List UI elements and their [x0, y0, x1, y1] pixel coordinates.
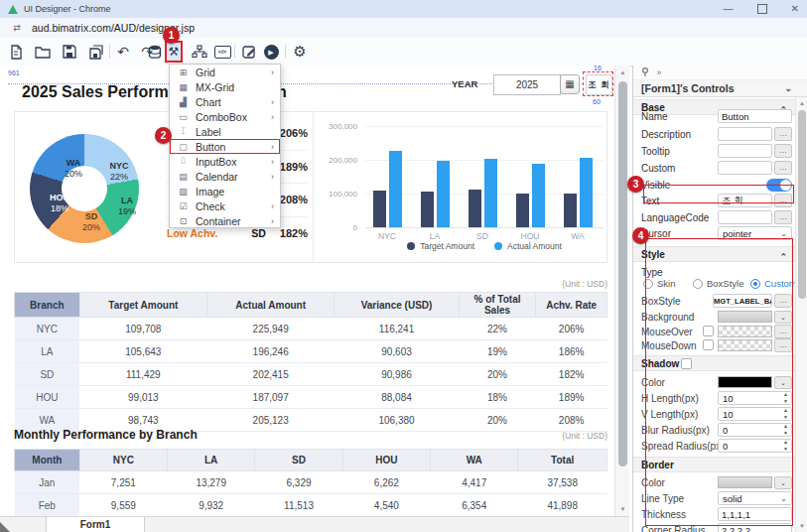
menu-item-chart[interactable]: ▟Chart›	[170, 94, 280, 109]
new-file-icon[interactable]	[6, 42, 26, 62]
bar-actual-amount[interactable]	[532, 164, 545, 227]
menu-item-calendar[interactable]: ▤Calendar›	[170, 169, 280, 184]
languagecode-input[interactable]	[718, 210, 772, 224]
bar-chart[interactable]: 300,000200,000100,0000NYCLASDHOUWATarget…	[314, 112, 607, 262]
scroll-down-icon[interactable]: ▼	[796, 523, 807, 529]
line-type-select[interactable]: solid	[718, 491, 792, 505]
table-row[interactable]: HOU99,013187,09788,08418%189%	[15, 386, 607, 409]
bar-target-amount[interactable]	[564, 194, 577, 227]
minimize-icon[interactable]: —	[724, 4, 734, 14]
menu-item-grid[interactable]: ⊞Grid›	[170, 65, 280, 79]
code-view-icon[interactable]: </>	[212, 42, 232, 62]
scroll-down-icon[interactable]: ▼	[615, 506, 630, 512]
table-row[interactable]: NYC109,708225,949116,24122%206%	[15, 318, 607, 340]
background-swatch[interactable]	[718, 311, 772, 323]
boxstyle-field[interactable]: MGT_LABEL_BASE	[713, 294, 772, 308]
ellipsis-button[interactable]	[774, 210, 792, 224]
bar-target-amount[interactable]	[373, 191, 386, 227]
scrollbar-thumb[interactable]	[798, 110, 806, 299]
ellipsis-button[interactable]	[774, 325, 792, 338]
ellipsis-button[interactable]	[774, 161, 792, 175]
site-info-icon[interactable]	[10, 22, 24, 35]
menu-item-container[interactable]: ⊡Container›	[170, 213, 280, 228]
monthly-table[interactable]: MonthNYCLASDHOUWATotalJan7,25113,2796,32…	[14, 449, 607, 516]
mousedown-checkbox[interactable]	[703, 339, 714, 350]
bar-actual-amount[interactable]	[437, 161, 450, 227]
bar-target-amount[interactable]	[421, 192, 434, 227]
dropdown-button[interactable]	[774, 311, 792, 324]
ellipsis-button[interactable]	[774, 338, 792, 352]
branch-summary-table[interactable]: BranchTarget AmountActual AmountVariance…	[14, 292, 607, 432]
name-input[interactable]	[718, 109, 792, 123]
shadow-checkbox[interactable]	[681, 358, 692, 369]
radio-skin[interactable]: Skin	[643, 278, 675, 289]
corner-radius-input[interactable]	[718, 523, 792, 532]
v-length-spinner[interactable]: 10▲▼	[718, 407, 792, 421]
scroll-up-icon[interactable]: ▲	[796, 100, 807, 106]
save-all-icon[interactable]	[86, 42, 106, 62]
open-folder-icon[interactable]	[33, 42, 53, 62]
tools-icon[interactable]: ⚒	[165, 41, 183, 63]
blur-radius-spinner[interactable]: 0▲▼	[718, 423, 792, 437]
design-canvas[interactable]: 961 2025 Sales Performance by Branch YEA…	[0, 66, 614, 516]
menu-item-combobox[interactable]: ▭ComboBox›	[170, 109, 280, 124]
mouseover-checkbox[interactable]	[703, 326, 714, 336]
dropdown-button[interactable]	[774, 376, 792, 389]
bar-actual-amount[interactable]	[580, 158, 593, 227]
settings-gear-icon[interactable]: ⚙	[290, 42, 310, 62]
ellipsis-button[interactable]	[774, 294, 792, 308]
table-row[interactable]: LA105,643196,24690,60319%186%	[15, 340, 607, 363]
table-row[interactable]: Feb9,5599,93211,5134,5406,35441,898	[15, 494, 607, 517]
bar-target-amount[interactable]	[516, 194, 529, 227]
mouseover-swatch[interactable]	[718, 326, 772, 337]
panel-header[interactable]: [Form1]'s Controls	[633, 80, 807, 97]
tab-form1[interactable]: Form1	[46, 517, 145, 532]
spread-radius-spinner[interactable]: 0▲▼	[718, 439, 792, 453]
h-length-spinner[interactable]: 10▲▼	[718, 391, 792, 405]
menu-item-button[interactable]: ▢Button›	[170, 139, 280, 154]
menu-item-inputbox[interactable]: ⌷InputBox›	[170, 154, 280, 169]
mousedown-swatch[interactable]	[718, 339, 772, 351]
database-icon[interactable]	[145, 42, 165, 62]
ellipsis-button[interactable]	[774, 127, 792, 141]
shadow-color-swatch[interactable]	[718, 376, 772, 388]
cursor-select[interactable]: pointer	[718, 226, 792, 240]
menu-item-check[interactable]: ☑Check›	[170, 199, 280, 213]
collapse-panel-icon[interactable]: »	[657, 67, 662, 77]
bar-target-amount[interactable]	[469, 190, 481, 227]
menu-item-label[interactable]: ⌶Label	[170, 124, 280, 139]
pin-icon[interactable]	[641, 67, 652, 77]
dropdown-button[interactable]	[774, 476, 792, 489]
undo-icon[interactable]: ↶	[113, 42, 133, 62]
scroll-up-icon[interactable]: ▲	[615, 69, 630, 75]
visible-toggle[interactable]	[766, 179, 792, 192]
thickness-input[interactable]	[718, 507, 792, 521]
scrollbar-thumb[interactable]	[618, 81, 627, 466]
year-input[interactable]	[493, 74, 561, 95]
bar-actual-amount[interactable]	[389, 151, 402, 227]
section-style[interactable]: Style	[633, 246, 795, 262]
close-icon[interactable]: ✕	[791, 4, 799, 14]
border-color-swatch[interactable]	[718, 476, 772, 488]
text-input[interactable]	[718, 194, 772, 207]
calendar-icon[interactable]	[560, 74, 580, 94]
custom-input[interactable]	[718, 161, 772, 175]
tooltip-input[interactable]	[718, 144, 772, 158]
edit-icon[interactable]	[239, 42, 259, 62]
description-input[interactable]	[718, 127, 772, 141]
ellipsis-button[interactable]	[774, 144, 792, 158]
radio-boxstyle[interactable]: BoxStyle	[693, 278, 744, 289]
section-border[interactable]: Border	[633, 457, 795, 472]
hierarchy-icon[interactable]	[190, 42, 209, 62]
bar-actual-amount[interactable]	[484, 159, 497, 227]
section-shadow[interactable]: Shadow	[633, 355, 795, 371]
run-icon[interactable]	[261, 42, 281, 62]
menu-item-image[interactable]: ▨Image	[170, 184, 280, 199]
save-icon[interactable]	[60, 42, 79, 62]
table-row[interactable]: SD111,429202,41590,98620%182%	[15, 363, 607, 386]
table-row[interactable]: Jan7,25113,2796,3296,2624,41737,538	[15, 471, 607, 494]
canvas-scrollbar[interactable]: ▲ ▼	[614, 66, 629, 516]
maximize-icon[interactable]	[757, 4, 767, 14]
radio-custom[interactable]: Custom	[750, 278, 797, 289]
panel-scrollbar[interactable]: ▲ ▼	[795, 97, 807, 532]
